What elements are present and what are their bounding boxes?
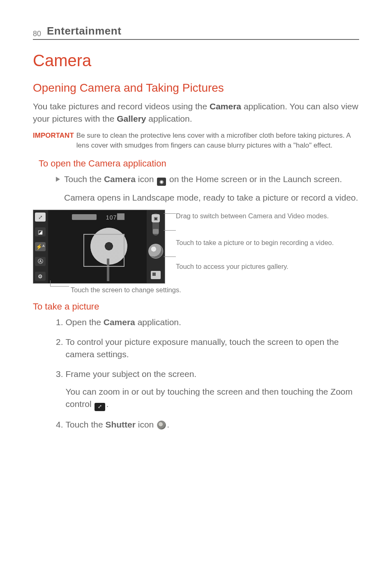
subheading-open-camera-app: To open the Camera application — [39, 158, 359, 169]
mode-switch[interactable]: ▣ — [152, 213, 159, 236]
leader-line — [164, 230, 176, 231]
callout-text: Touch to take a picture or to begin reco… — [176, 239, 334, 246]
important-note: IMPORTANT Be sure to clean the protectiv… — [33, 131, 359, 151]
bullet-text: Touch the Camera icon ◉ on the Home scre… — [64, 173, 358, 204]
step-4: 4. Touch the Shutter icon . — [56, 418, 359, 431]
step-text: To control your picture exposure manuall… — [66, 336, 359, 361]
page-header: 80 Entertainment — [33, 25, 359, 40]
step-number: 3. — [56, 368, 63, 411]
text: Frame your subject on the screen. — [66, 369, 197, 379]
gps-badge-icon — [117, 213, 125, 220]
section-heading-camera: Camera — [33, 51, 359, 70]
white-balance-icon[interactable]: Ⓐ — [35, 257, 46, 266]
text: Open the — [66, 317, 104, 327]
page-number: 80 — [33, 30, 41, 38]
app-name-camera: Camera — [104, 317, 135, 327]
flash-auto-icon[interactable]: ⚡ᴬ — [35, 242, 46, 251]
shutter-label: Shutter — [105, 420, 136, 429]
text: . — [167, 420, 169, 429]
shutter-button[interactable] — [148, 244, 163, 259]
callout-gallery: Touch to access your pictures gallery. — [176, 253, 359, 271]
text: application. — [135, 317, 181, 327]
settings-gear-icon[interactable]: ⚙ — [35, 272, 46, 281]
figure-caption-below: Touch the screen to change settings. — [71, 286, 359, 294]
callout-text: Drag to switch between Camera and Video … — [176, 212, 329, 220]
step-text: Frame your subject on the screen. You ca… — [66, 368, 359, 411]
important-label: IMPORTANT — [33, 131, 74, 151]
app-name-camera: Camera — [210, 102, 241, 111]
callout-mode-switch: Drag to switch between Camera and Video … — [176, 210, 359, 220]
bullet-open-camera: Touch the Camera icon ◉ on the Home scre… — [56, 173, 359, 204]
mode-switch-video-icon — [153, 229, 159, 234]
callout-text: Touch to access your pictures gallery. — [176, 263, 288, 270]
viewfinder-area[interactable]: 1073 — [51, 213, 145, 280]
intro-paragraph: You take pictures and record videos usin… — [33, 100, 359, 125]
step-3: 3. Frame your subject on the screen. You… — [56, 368, 359, 411]
mode-switch-camera-icon: ▣ — [152, 214, 160, 222]
triangle-bullet-icon — [56, 177, 60, 182]
text: You can zoom in or out by touching the s… — [66, 387, 353, 409]
app-name-camera: Camera — [104, 174, 136, 184]
gallery-thumbnail-button[interactable] — [151, 271, 161, 279]
leader-line — [164, 213, 176, 214]
step-number: 2. — [56, 336, 63, 361]
text: You take pictures and record videos usin… — [33, 102, 210, 111]
camera-left-toolbar: ⤢ ◪ ⚡ᴬ Ⓐ ⚙ — [33, 210, 48, 283]
page: 80 Entertainment Camera Opening Camera a… — [0, 0, 392, 455]
step-number: 4. — [56, 418, 63, 431]
step-3-sub: You can zoom in or out by touching the s… — [66, 386, 359, 411]
camera-right-toolbar: ▣ — [147, 210, 165, 283]
subheading-take-picture: To take a picture — [33, 301, 359, 312]
figure-callouts: Drag to switch between Camera and Video … — [165, 210, 359, 277]
step-2: 2. To control your picture exposure manu… — [56, 336, 359, 361]
text: Touch the — [64, 174, 104, 184]
step-text: Open the Camera application. — [66, 316, 359, 328]
leader-line — [50, 286, 69, 287]
zoom-toggle-icon[interactable]: ⤢ — [35, 213, 46, 222]
chapter-title: Entertainment — [47, 25, 121, 37]
step-1: 1. Open the Camera application. — [56, 316, 359, 328]
exposure-icon[interactable]: ◪ — [35, 227, 46, 236]
step-text: Touch the Shutter icon . — [66, 418, 359, 431]
camera-figure-row: ⤢ ◪ ⚡ᴬ Ⓐ ⚙ 1073 ▣ — [33, 210, 359, 284]
text: Touch the — [66, 420, 106, 429]
camera-viewfinder-figure: ⤢ ◪ ⚡ᴬ Ⓐ ⚙ 1073 ▣ — [33, 210, 165, 284]
subheading-opening-camera: Opening Camera and Taking Pictures — [33, 81, 359, 95]
text: icon — [136, 174, 156, 184]
caption-text: Touch the screen to change settings. — [71, 286, 181, 294]
camera-app-icon: ◉ — [157, 178, 166, 186]
leader-line — [164, 257, 176, 257]
callout-shutter: Touch to take a picture or to begin reco… — [176, 227, 359, 247]
focus-rectangle — [83, 234, 125, 267]
zoom-control-icon: ⤢ — [95, 403, 105, 411]
text: icon — [136, 420, 156, 429]
numbered-steps: 1. Open the Camera application. 2. To co… — [56, 316, 359, 430]
step-number: 1. — [56, 316, 63, 328]
continuation-text: Camera opens in Landscape mode, ready to… — [64, 192, 358, 204]
shutter-icon — [157, 421, 166, 430]
app-name-gallery: Gallery — [117, 114, 146, 123]
storage-indicator-icon — [72, 214, 97, 220]
text: . — [106, 399, 108, 409]
leader-line — [50, 280, 51, 286]
text: on the Home screen or in the Launch scre… — [167, 174, 342, 184]
text: application. — [146, 114, 192, 123]
important-text: Be sure to clean the protective lens cov… — [76, 131, 359, 151]
